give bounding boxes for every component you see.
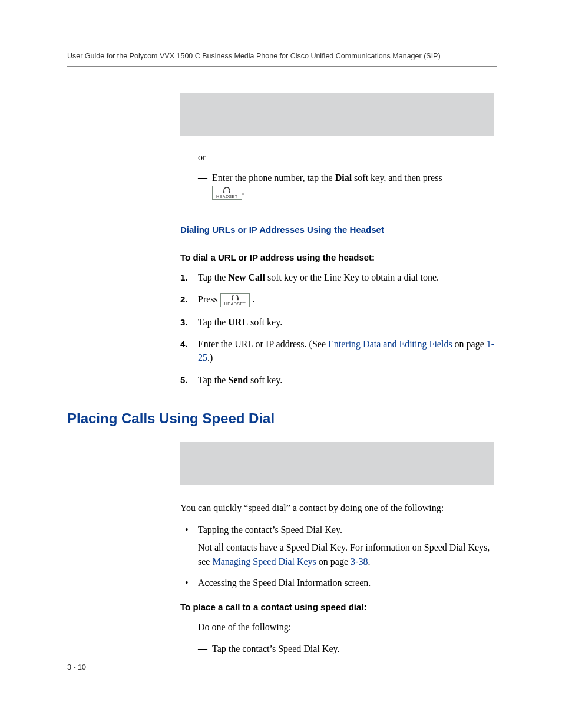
sub-step-dash-item: — Tap the contact’s Speed Dial Key. [198, 642, 497, 655]
svg-rect-2 [232, 298, 233, 300]
svg-rect-0 [223, 191, 224, 193]
text: soft key or the Line Key to obtain a dia… [265, 272, 439, 282]
continuation-or: or [198, 152, 497, 163]
text: soft key. [248, 375, 282, 385]
dash-bullet: — [198, 171, 212, 200]
svg-rect-3 [237, 298, 239, 300]
text: Enter the phone number, tap the [212, 173, 335, 183]
xref-link[interactable]: Managing Speed Dial Keys [212, 556, 316, 566]
text: . [368, 556, 370, 566]
task-heading: To place a call to a contact using speed… [180, 602, 497, 612]
headset-icon [231, 295, 239, 301]
list-item: Accessing the Speed Dial Information scr… [180, 576, 497, 590]
task-heading: To dial a URL or IP address using the he… [180, 252, 497, 262]
dash-bullet: — [198, 642, 212, 655]
step-item: Tap the URL soft key. [180, 315, 497, 329]
sub-step-dash-item: — Enter the phone number, tap the Dial s… [198, 171, 497, 200]
dash-body: Tap the contact’s Speed Dial Key. [212, 642, 497, 655]
text: on page [316, 556, 351, 566]
text-bold: Dial [335, 173, 352, 183]
text: Enter the URL or IP address. (See [198, 339, 328, 349]
text: Tap the contact’s Speed Dial Key. [212, 644, 339, 654]
list-item-continuation: Not all contacts have a Speed Dial Key. … [198, 541, 497, 569]
step-item: Enter the URL or IP address. (See Enteri… [180, 337, 497, 364]
step-item: Tap the Send soft key. [180, 373, 497, 387]
text-bold: Send [228, 375, 248, 385]
text-bold: URL [228, 317, 248, 327]
headset-key-icon: HEADSET [212, 186, 242, 200]
dash-body: Enter the phone number, tap the Dial sof… [212, 171, 497, 200]
text: Tap the [198, 272, 228, 282]
note-box-placeholder [180, 93, 494, 136]
page: User Guide for the Polycom VVX 1500 C Bu… [0, 0, 562, 728]
paragraph: Do one of the following: [198, 620, 497, 634]
headset-key-label: HEADSET [224, 302, 246, 306]
text: Press [198, 294, 220, 304]
section-heading: Placing Calls Using Speed Dial [67, 410, 497, 427]
list-item: Tapping the contact’s Speed Dial Key. No… [180, 523, 497, 569]
headset-icon [223, 187, 231, 194]
text: soft key, and then press [352, 173, 442, 183]
xref-page[interactable]: 3-38 [351, 556, 368, 566]
bullet-list: Tapping the contact’s Speed Dial Key. No… [180, 523, 497, 590]
steps-list: Tap the New Call soft key or the Line Ke… [180, 271, 497, 387]
text: soft key. [248, 317, 282, 327]
text: Tap the [198, 317, 228, 327]
xref-link[interactable]: Entering Data and Editing Fields [328, 339, 452, 349]
headset-key-label: HEADSET [216, 195, 238, 199]
text: Tap the [198, 375, 228, 385]
page-number: 3 - 10 [67, 663, 86, 671]
svg-rect-1 [229, 191, 230, 193]
subsection-heading: Dialing URLs or IP Addresses Using the H… [180, 225, 497, 235]
text: .) [207, 353, 213, 363]
text: . [242, 186, 244, 196]
content-column: or — Enter the phone number, tap the Dia… [180, 93, 497, 655]
text-bold: New Call [228, 272, 265, 282]
text: . [250, 294, 254, 304]
paragraph: You can quickly “speed dial” a contact b… [180, 501, 497, 515]
text: Tapping the contact’s Speed Dial Key. [198, 525, 342, 535]
step-item: Press HEADSET . [180, 292, 497, 307]
step-item: Tap the New Call soft key or the Line Ke… [180, 271, 497, 284]
note-box-placeholder [180, 442, 494, 485]
header-rule [67, 66, 497, 67]
text: on page [452, 339, 487, 349]
running-header: User Guide for the Polycom VVX 1500 C Bu… [67, 52, 497, 66]
headset-key-icon: HEADSET [220, 293, 250, 307]
text: Accessing the Speed Dial Information scr… [198, 578, 371, 588]
